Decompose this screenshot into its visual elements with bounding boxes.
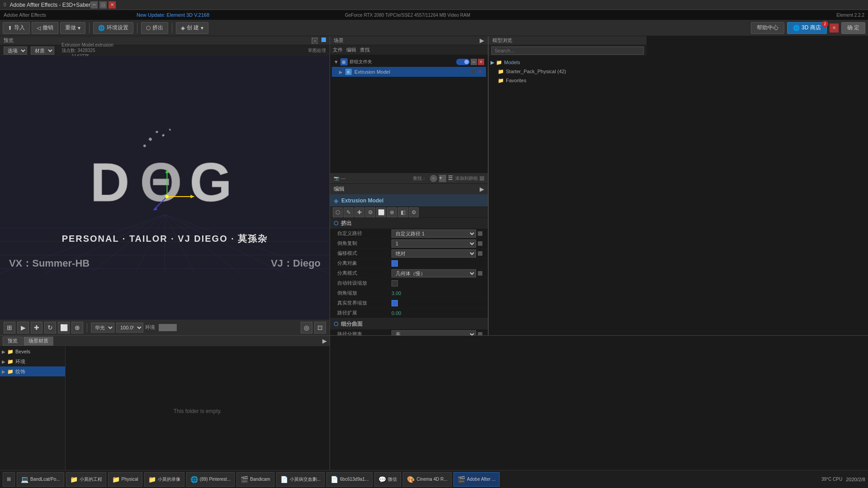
undo-button[interactable]: ◁ 撤销 xyxy=(32,22,58,34)
close-button[interactable]: ✕ xyxy=(108,1,116,9)
separate-obj-label: 分离对象 xyxy=(337,260,392,267)
real-world-checkbox[interactable] xyxy=(392,300,398,306)
taskbar-item-physical[interactable]: 📁 Physical xyxy=(108,472,142,487)
zoom-dropdown[interactable]: 100.0% xyxy=(116,323,143,333)
transform-tool-button[interactable]: ⊕ xyxy=(71,322,83,333)
shop-badge: 2 xyxy=(822,21,828,27)
tree-item-tex-icon: 📁 xyxy=(7,369,14,375)
tab-scene-material[interactable]: 场景材质 xyxy=(24,337,53,346)
viewport-3d[interactable]: D Θ G xyxy=(0,56,330,319)
view-mode-dropdown[interactable]: 选项 xyxy=(4,47,27,55)
confirm-button[interactable]: 确 定 xyxy=(841,22,865,34)
extrude-button[interactable]: ⬡ 挤出 xyxy=(141,22,168,34)
taskbar-item-0[interactable]: 💻 BandLcat/Po... xyxy=(17,472,64,487)
create-icon: ◈ xyxy=(181,25,185,31)
scene-panel: 场景 ▶ 文件 编辑 查找 ▼ ▦ 群组文 xyxy=(330,36,488,335)
scale-tool-button[interactable]: ⬜ xyxy=(58,322,70,333)
scene-expand-button[interactable]: ▶ xyxy=(480,37,484,44)
scene-menu-file[interactable]: 文件 xyxy=(333,47,343,53)
fullscreen-button[interactable]: ⊡ xyxy=(314,322,326,333)
minimize-button[interactable]: ─ xyxy=(90,1,98,9)
taskbar-item-6[interactable]: 📄 小莫病交血删... xyxy=(276,472,325,487)
props-icon-btn-3[interactable]: ✚ xyxy=(354,207,364,217)
path-res-dropdown[interactable]: 高 xyxy=(392,330,476,336)
props-icon-btn-4[interactable]: ⚙ xyxy=(365,207,375,217)
auto-scale-checkbox[interactable] xyxy=(392,280,398,286)
taskbar-label-7: 6bc613d9a1... xyxy=(340,477,368,482)
taskbar-item-c4d[interactable]: 🎨 Cinema 4D R... xyxy=(403,472,451,487)
props-icon-btn-2[interactable]: ✎ xyxy=(344,207,354,217)
taskbar-label-0: BandLcat/Po... xyxy=(30,477,60,482)
separate-mode-dropdown[interactable]: 几何体（慢） xyxy=(392,269,476,277)
taskbar-item-wechat[interactable]: 💬 微信 xyxy=(374,472,401,487)
maximize-button[interactable]: □ xyxy=(99,1,107,9)
custom-path-dropdown[interactable]: 自定义路径 1 xyxy=(392,230,476,238)
camera-button[interactable]: ◎ xyxy=(301,322,312,333)
props-icon-btn-5[interactable]: ⬜ xyxy=(376,207,386,217)
taskbar-item-5[interactable]: 🎬 Bandicam xyxy=(236,472,274,487)
taskbar-start[interactable]: ⊞ xyxy=(3,472,15,487)
props-icon-btn-6[interactable]: ⊕ xyxy=(387,207,397,217)
scene-item-extrusion[interactable]: ▶ E Extrusion Model ✕ xyxy=(332,67,486,77)
models-item-favorites[interactable]: 📁 Favorites xyxy=(491,76,645,85)
taskbar-item-ae[interactable]: 🎬 Adobe After ... xyxy=(453,472,500,487)
env-indicator xyxy=(159,324,177,331)
shop-button[interactable]: 🌐 3D 商店 2 xyxy=(787,22,827,34)
create-button[interactable]: ◈ 创 建 ▾ xyxy=(176,22,208,34)
taskbar-item-1[interactable]: 📁 小莫的工程 xyxy=(66,472,106,487)
taskbar-item-3[interactable]: 📁 小莫的录像 xyxy=(144,472,184,487)
close-panel-button[interactable]: ✕ xyxy=(830,23,839,33)
select-tool-button[interactable]: ⊞ xyxy=(4,322,15,333)
scene-menu-edit[interactable]: 编辑 xyxy=(346,47,356,53)
extrude-icon: ⬡ xyxy=(146,25,151,31)
snapshot-label[interactable]: 草图处理 xyxy=(308,47,326,54)
redo-button[interactable]: 重做 ▾ xyxy=(60,22,85,34)
scene-add-button[interactable]: + xyxy=(439,175,446,182)
viewport-expand-button[interactable]: ⬡ xyxy=(311,38,318,44)
models-item-starter[interactable]: 📁 Starter_Pack_Physical (42) xyxy=(491,67,645,76)
rotate-tool-button[interactable]: ↻ xyxy=(44,322,56,333)
tree-item-textures[interactable]: ▶ 📁 纹饰 xyxy=(0,366,65,376)
bevel-copy-dropdown[interactable]: 1 xyxy=(392,239,476,248)
taskbar-item-4[interactable]: 🌐 (89) Pinterest... xyxy=(186,472,235,487)
scene-item-close[interactable]: ✕ xyxy=(478,69,482,75)
props-icon-btn-8[interactable]: ⚙ xyxy=(409,207,419,217)
custom-path-indicator xyxy=(478,231,482,236)
import-button[interactable]: ⬆ 导入 xyxy=(3,22,30,34)
models-search-input[interactable] xyxy=(491,47,644,55)
scene-add-group-label[interactable]: 添加到群组 xyxy=(455,175,478,182)
edit-tab-label[interactable]: 编辑 xyxy=(334,185,344,193)
props-icon-btn-1[interactable]: ⬡ xyxy=(333,207,343,217)
separate-obj-checkbox[interactable] xyxy=(392,260,398,267)
tree-item-environment[interactable]: ▶ 📁 环境 xyxy=(0,357,65,366)
models-item-favorites-label: Favorites xyxy=(506,78,526,83)
group-toggle[interactable] xyxy=(456,59,470,65)
taskbar-item-7[interactable]: 📄 6bc613d9a1... xyxy=(326,472,373,487)
offset-mode-label: 偏移模式 xyxy=(337,250,392,257)
scene-options-button[interactable]: ☰ xyxy=(448,175,455,182)
controls-dropdown[interactable]: 华光 xyxy=(91,323,114,333)
tree-item-bevels[interactable]: ▶ 📁 Bevels xyxy=(0,347,65,357)
scene-group-header[interactable]: ▼ ▦ 群组文件夹 ─ ✕ xyxy=(332,57,486,67)
scene-menu-find[interactable]: 查找 xyxy=(360,47,370,53)
globe-shop-icon: 🌐 xyxy=(793,25,800,31)
help-button[interactable]: 帮助中心 xyxy=(751,22,784,34)
material-dropdown[interactable]: 材质 xyxy=(31,47,54,55)
group-close-button[interactable]: ✕ xyxy=(478,59,484,65)
move-tool-button[interactable]: ▶ xyxy=(17,322,29,333)
props-icon-btn-7[interactable]: ◧ xyxy=(398,207,408,217)
models-group-header[interactable]: ▶ 📁 Models xyxy=(491,58,645,67)
group-minimize-button[interactable]: ─ xyxy=(471,59,477,65)
edit-tab-expand[interactable]: ▶ xyxy=(480,186,484,192)
update-notice[interactable]: New Update: Element 3D V.2168 xyxy=(137,12,209,18)
viewport-tab-label[interactable]: 预览 xyxy=(4,37,14,44)
bottom-expand-button[interactable]: ▶ xyxy=(322,338,327,344)
section-extrude-header[interactable]: ⬡ 挤出 xyxy=(330,218,488,229)
add-tool-button[interactable]: ✚ xyxy=(31,322,42,333)
props-row-path-expand: 路径扩展 0.00 xyxy=(330,308,488,318)
env-settings-button[interactable]: 🌐 环境设置 xyxy=(93,22,133,34)
tab-preview[interactable]: 预览 xyxy=(3,337,23,346)
taskbar: ⊞ 💻 BandLcat/Po... 📁 小莫的工程 📁 Physical 📁 … xyxy=(0,470,868,488)
offset-mode-dropdown[interactable]: 绝对 xyxy=(392,249,476,258)
section-subdivide-header[interactable]: ⬡ 细分曲面 xyxy=(330,319,488,329)
